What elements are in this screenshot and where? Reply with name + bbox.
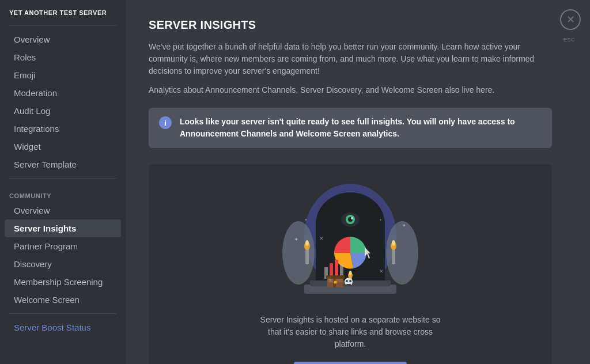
insights-illustration: ✦ ✦ ✦ ✦ ✕ ✕ [264, 178, 437, 305]
sidebar-item-server-template[interactable]: Server Template [5, 156, 121, 173]
close-button[interactable]: ✕ ESC [560, 9, 581, 30]
sidebar-item-overview[interactable]: Overview [5, 31, 121, 48]
main-description: We've put together a bunch of helpful da… [149, 41, 552, 77]
page-title: SERVER INSIGHTS [149, 18, 567, 32]
svg-text:✦: ✦ [294, 236, 298, 242]
info-icon: i [159, 116, 172, 129]
go-to-server-insights-button[interactable]: Go to Server Insights [294, 362, 407, 364]
svg-point-11 [351, 217, 353, 219]
info-banner: i Looks like your server isn't quite rea… [149, 108, 552, 148]
close-icon: ✕ [566, 13, 575, 26]
svg-text:✕: ✕ [379, 268, 384, 274]
sidebar-item-moderation[interactable]: Moderation [5, 84, 121, 102]
sidebar-item-boost-status[interactable]: Server Boost Status [5, 318, 121, 336]
main-content: ✕ ESC SERVER INSIGHTS We've put together… [126, 0, 590, 364]
community-nav: OverviewServer InsightsPartner ProgramDi… [0, 202, 126, 309]
community-section-label: COMMUNITY [0, 183, 126, 202]
esc-label: ESC [563, 37, 575, 43]
svg-point-32 [346, 280, 348, 282]
svg-text:✦: ✦ [304, 218, 308, 222]
svg-text:✦: ✦ [402, 223, 406, 228]
sidebar-divider [9, 25, 116, 26]
sidebar-item-discovery[interactable]: Discovery [5, 255, 121, 273]
sidebar-item-emoji[interactable]: Emoji [5, 66, 121, 84]
svg-point-25 [349, 271, 352, 275]
info-banner-text: Looks like your server isn't quite ready… [180, 116, 542, 140]
main-nav: OverviewRolesEmojiModerationAudit LogInt… [0, 31, 126, 173]
svg-point-19 [305, 240, 309, 246]
svg-text:✕: ✕ [319, 236, 324, 241]
svg-text:✦: ✦ [379, 218, 382, 222]
svg-point-3 [386, 221, 418, 285]
svg-point-2 [282, 221, 315, 285]
svg-point-30 [334, 281, 337, 284]
sidebar-item-welcome-screen[interactable]: Welcome Screen [5, 291, 121, 309]
sidebar-item-audit-log[interactable]: Audit Log [5, 102, 121, 120]
sidebar: YET ANOTHER TEST SERVER OverviewRolesEmo… [0, 0, 126, 364]
server-name: YET ANOTHER TEST SERVER [0, 9, 126, 21]
sidebar-item-community-overview[interactable]: Overview [5, 202, 121, 219]
sidebar-item-roles[interactable]: Roles [5, 48, 121, 66]
sidebar-item-widget[interactable]: Widget [5, 138, 121, 156]
analytics-note: Analytics about Announcement Channels, S… [149, 84, 552, 96]
sidebar-divider-2 [9, 178, 116, 179]
insights-card: ✦ ✦ ✦ ✦ ✕ ✕ Server Insights is hosted on… [149, 164, 552, 364]
svg-rect-34 [346, 284, 351, 286]
sidebar-item-partner-program[interactable]: Partner Program [5, 237, 121, 255]
sidebar-item-server-insights[interactable]: Server Insights [5, 219, 121, 237]
svg-point-22 [392, 240, 395, 246]
sidebar-divider-3 [9, 313, 116, 314]
sidebar-item-membership-screening[interactable]: Membership Screening [5, 273, 121, 291]
svg-point-33 [349, 280, 351, 282]
sidebar-item-integrations[interactable]: Integrations [5, 120, 121, 138]
card-description: Server Insights is hosted on a separate … [252, 314, 448, 350]
